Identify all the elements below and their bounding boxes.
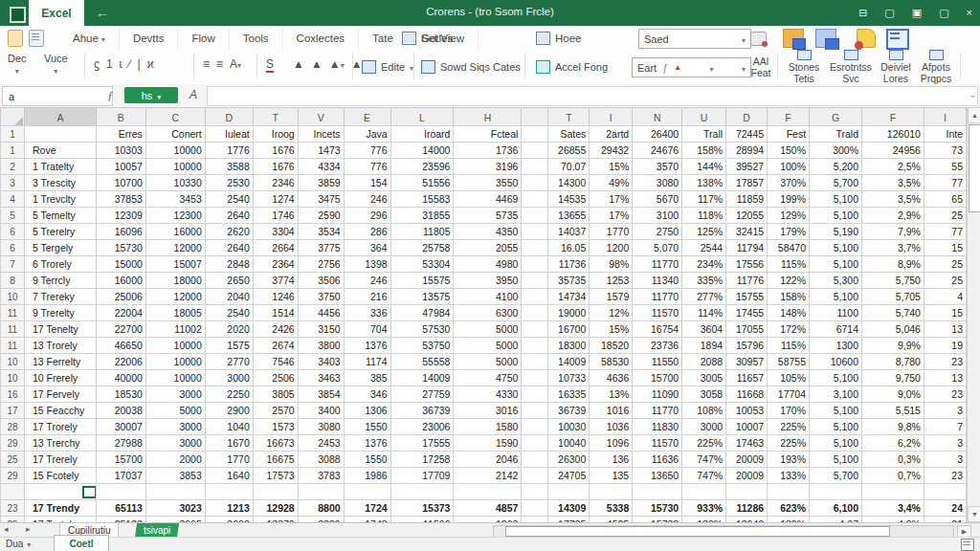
cell[interactable]: 2artd <box>590 126 633 143</box>
folder-icon[interactable] <box>783 29 804 48</box>
cell[interactable]: 58530 <box>590 354 633 370</box>
cell[interactable]: 1770 <box>590 224 633 240</box>
cell[interactable]: 2756 <box>298 256 344 273</box>
cell[interactable]: Conert <box>145 126 205 143</box>
cell[interactable]: 1590 <box>454 435 522 452</box>
cell[interactable]: 3463 <box>298 370 344 386</box>
row-header[interactable]: 6 <box>1 224 25 240</box>
cell[interactable]: 16754 <box>633 321 682 338</box>
font-a-icon[interactable]: A <box>189 88 197 101</box>
cell[interactable]: 47984 <box>390 305 454 321</box>
cell[interactable]: 3000 <box>145 419 205 435</box>
cell[interactable]: 11859 <box>726 191 768 208</box>
cell[interactable]: 5735 <box>454 208 522 224</box>
column-header[interactable]: N <box>633 108 682 126</box>
cell[interactable]: 105% <box>768 370 810 386</box>
cell[interactable]: 1 Tratelty <box>24 159 96 175</box>
cell[interactable]: 15007 <box>145 256 205 273</box>
cell[interactable]: 2,9% <box>861 208 924 224</box>
view-icon[interactable] <box>961 539 974 551</box>
formula-expand-icon[interactable]: ⌄ <box>969 90 976 99</box>
cell[interactable]: 13575 <box>390 289 454 305</box>
cell[interactable]: 2530 <box>205 175 253 191</box>
cell[interactable]: 4330 <box>454 386 522 403</box>
row-header[interactable]: 25 <box>1 452 25 468</box>
cell[interactable]: 5,070 <box>633 240 682 256</box>
fx-icon[interactable]: ƒ <box>107 88 114 103</box>
cell[interactable]: 5,100 <box>810 256 862 273</box>
cell[interactable]: 77 <box>924 224 966 240</box>
cell[interactable]: Sates <box>548 126 590 143</box>
row-header[interactable]: 10 <box>1 289 25 305</box>
cell[interactable]: 12928 <box>253 500 298 517</box>
cell[interactable] <box>522 240 548 256</box>
cell[interactable] <box>522 386 548 403</box>
cell[interactable]: 53750 <box>390 338 454 354</box>
cell[interactable]: 5,100 <box>810 240 862 256</box>
cell[interactable]: 2046 <box>454 452 522 468</box>
cell[interactable]: 364 <box>344 240 390 256</box>
scroll-down-icon[interactable]: ▼ <box>968 506 980 522</box>
cell[interactable]: 22700 <box>96 321 145 338</box>
cell[interactable] <box>522 273 548 289</box>
cell[interactable]: 20038 <box>96 403 145 419</box>
cell[interactable] <box>522 338 548 354</box>
cell[interactable]: 154 <box>344 175 390 191</box>
cell[interactable]: 24956 <box>861 143 924 159</box>
cell[interactable]: 2142 <box>454 468 522 484</box>
cell[interactable]: 4857 <box>454 500 522 517</box>
cell[interactable]: 179% <box>768 224 810 240</box>
cell[interactable]: 335% <box>682 273 726 289</box>
cell[interactable]: 11770 <box>633 289 682 305</box>
cell[interactable]: 776 <box>344 159 390 175</box>
row-header[interactable]: 1 <box>1 126 25 143</box>
cell[interactable]: 27988 <box>96 435 145 452</box>
cell[interactable]: 3403 <box>298 354 344 370</box>
cell[interactable]: 3,5% <box>861 191 924 208</box>
stamp-icon[interactable] <box>750 32 767 46</box>
cell[interactable]: Erres <box>96 126 145 143</box>
cell[interactable]: 17 Fervely <box>24 386 96 403</box>
sheet-tab-tsivapi[interactable]: tsivapi <box>135 523 179 538</box>
cell[interactable]: 7 <box>924 419 966 435</box>
cell[interactable]: 13 Ferrelty <box>24 354 96 370</box>
cell[interactable]: 11002 <box>145 321 205 338</box>
cell[interactable]: 776 <box>344 143 390 159</box>
cell[interactable]: 12% <box>590 305 633 321</box>
copy-icon[interactable] <box>815 29 836 48</box>
cell[interactable]: 15 Feacchy <box>24 403 96 419</box>
cell[interactable]: 3100 <box>633 208 682 224</box>
cell[interactable]: 1573 <box>253 419 298 435</box>
cell[interactable]: 15700 <box>96 452 145 468</box>
cell[interactable]: 1100 <box>810 305 862 321</box>
cell[interactable]: 5,100 <box>810 403 862 419</box>
cell[interactable]: 2426 <box>253 321 298 338</box>
row-header[interactable]: 8 <box>1 273 25 289</box>
cell[interactable]: Iroog <box>253 126 298 143</box>
cell[interactable]: 2640 <box>205 208 253 224</box>
accel-button[interactable]: Accel Fong <box>536 50 608 84</box>
cell[interactable]: 11340 <box>633 273 682 289</box>
cell[interactable]: 22004 <box>96 305 145 321</box>
vuce-dropdown[interactable]: Vuce <box>44 53 68 77</box>
cell[interactable]: 5,100 <box>810 452 862 468</box>
cell[interactable]: 7,9% <box>861 224 924 240</box>
cell[interactable]: 150% <box>768 143 810 159</box>
cell[interactable]: 23 <box>924 468 966 484</box>
cell[interactable]: 26400 <box>633 126 682 143</box>
cell[interactable]: 17709 <box>390 468 454 484</box>
cell[interactable]: 17556 <box>726 256 768 273</box>
cell[interactable]: 5000 <box>454 338 522 354</box>
cell[interactable]: 122% <box>768 273 810 289</box>
row-header[interactable]: 17 <box>1 403 25 419</box>
cell[interactable]: 1213 <box>205 500 253 517</box>
row-header[interactable]: 11 <box>1 338 25 354</box>
cell[interactable] <box>522 256 548 273</box>
cell[interactable]: 17 Trendy <box>24 500 96 517</box>
cell[interactable]: 18005 <box>145 305 205 321</box>
fill-teal-icon[interactable]: ▲ <box>329 57 345 71</box>
cell[interactable]: 10303 <box>96 143 145 159</box>
ribbon-tab-devtts[interactable]: Devtts <box>120 26 179 50</box>
cell[interactable]: 125% <box>682 224 726 240</box>
cell[interactable]: 1670 <box>205 435 253 452</box>
